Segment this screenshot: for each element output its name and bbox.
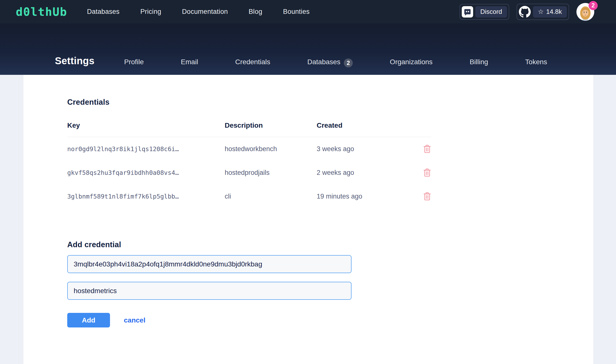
credential-key-input[interactable] [67, 255, 352, 273]
tab-profile[interactable]: Profile [124, 58, 144, 66]
nav-link-blog[interactable]: Blog [249, 8, 262, 16]
add-button[interactable]: Add [67, 313, 110, 327]
column-header-key: Key [67, 121, 225, 137]
column-header-description: Description [225, 121, 317, 137]
credential-created: 19 minutes ago [317, 184, 413, 208]
table-row: gkvf58qs2hu3fqar9ibdhh0a08vs4… hostedpro… [67, 161, 431, 184]
tab-billing[interactable]: Billing [470, 58, 488, 66]
discord-button[interactable]: Discord [460, 4, 509, 20]
top-navbar: d0lthUb Databases Pricing Documentation … [0, 0, 616, 23]
add-credential-heading: Add credential [67, 240, 593, 249]
discord-icon [462, 6, 473, 18]
navbar-right-cluster: Discord ☆ 14.8k [460, 3, 594, 21]
credential-key: 3glbnmf589t1nl8fimf7k6lp5glbb… [67, 184, 225, 208]
notification-badge: 2 [589, 1, 598, 10]
delete-credential-button[interactable] [413, 168, 431, 177]
cancel-link[interactable]: cancel [124, 316, 145, 324]
databases-count-badge: 2 [344, 59, 353, 67]
table-row: nor0gd9l2lnq3r8ik1jlqs1208c6i… hostedwor… [67, 137, 431, 161]
credential-created: 2 weeks ago [317, 161, 413, 184]
credential-created: 3 weeks ago [317, 137, 413, 161]
delete-credential-button[interactable] [413, 192, 431, 201]
credential-key: gkvf58qs2hu3fqar9ibdhh0a08vs4… [67, 161, 225, 184]
trash-icon [423, 192, 431, 201]
star-count-value: 14.8k [546, 8, 562, 16]
credentials-panel: Credentials Key Description Created nor0… [23, 75, 593, 364]
main-nav: Databases Pricing Documentation Blog Bou… [87, 8, 310, 16]
star-icon: ☆ [538, 8, 544, 16]
table-header-row: Key Description Created [67, 121, 431, 137]
github-icon [519, 6, 531, 18]
credential-description: cli [225, 184, 317, 208]
credentials-table: Key Description Created nor0gd9l2lnq3r8i… [67, 121, 431, 208]
nav-link-bounties[interactable]: Bounties [283, 8, 309, 16]
table-row: 3glbnmf589t1nl8fimf7k6lp5glbb… cli 19 mi… [67, 184, 431, 208]
trash-icon [423, 144, 431, 154]
page-title: Settings [55, 55, 94, 66]
credential-description-input[interactable] [67, 282, 352, 300]
nav-link-pricing[interactable]: Pricing [140, 8, 161, 16]
settings-header: Settings Profile Email Credentials Datab… [0, 23, 616, 75]
credential-key: nor0gd9l2lnq3r8ik1jlqs1208c6i… [67, 137, 225, 161]
trash-icon [423, 168, 431, 177]
delete-credential-button[interactable] [413, 144, 431, 154]
nav-link-databases[interactable]: Databases [87, 8, 120, 16]
github-star-button[interactable]: ☆ 14.8k [517, 4, 569, 20]
credential-description: hostedprodjails [225, 161, 317, 184]
credentials-heading: Credentials [67, 98, 593, 107]
column-header-created: Created [317, 121, 413, 137]
tab-credentials[interactable]: Credentials [235, 58, 270, 66]
credential-description: hostedworkbench [225, 137, 317, 161]
add-credential-actions: Add cancel [67, 313, 593, 327]
dolthub-logo[interactable]: d0lthUb [16, 5, 67, 19]
discord-button-label: Discord [475, 6, 507, 18]
nav-link-documentation[interactable]: Documentation [182, 8, 228, 16]
tab-organizations[interactable]: Organizations [390, 58, 433, 66]
github-star-count: ☆ 14.8k [533, 6, 567, 18]
settings-tabs: Profile Email Credentials Databases 2 Or… [124, 58, 547, 66]
user-menu[interactable]: 2 [576, 3, 594, 21]
tab-databases[interactable]: Databases 2 [307, 58, 353, 66]
tab-email[interactable]: Email [181, 58, 198, 66]
column-header-actions [413, 121, 431, 137]
tab-tokens[interactable]: Tokens [525, 58, 547, 66]
